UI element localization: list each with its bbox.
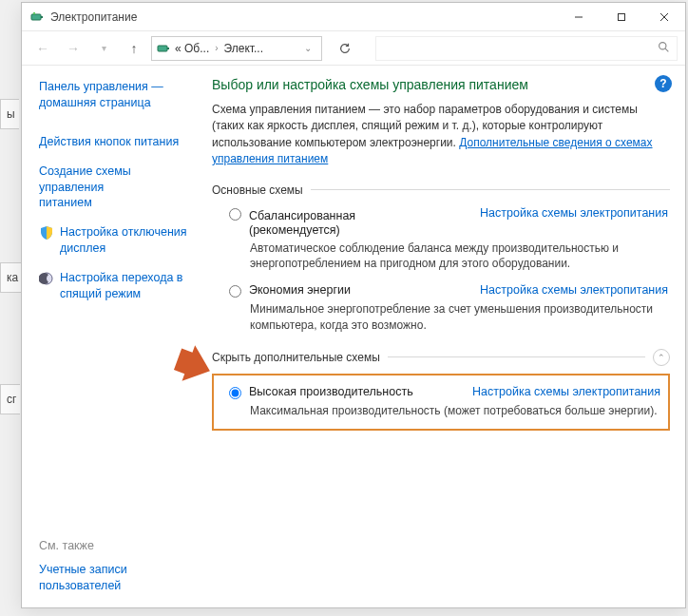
sidebar-link-sleep[interactable]: Настройка перехода в спящий режим [39, 270, 197, 302]
sidebar-link-text: питанием [39, 196, 92, 209]
svg-rect-8 [167, 48, 169, 49]
collapse-button[interactable]: ⌃ [653, 349, 670, 366]
up-button[interactable]: ↑ [121, 35, 147, 62]
close-button[interactable] [642, 3, 685, 31]
bg-fragment: сг [0, 384, 20, 414]
main-content: ? Выбор или настройка схемы управления п… [208, 66, 685, 607]
section-extra-plans[interactable]: Скрыть дополнительные схемы ⌃ [212, 349, 670, 366]
svg-rect-1 [41, 16, 43, 18]
sidebar: Панель управления — домашняя страница Де… [22, 66, 208, 607]
plan-radio-saver[interactable] [229, 285, 241, 298]
svg-rect-7 [158, 46, 167, 51]
plan-settings-link[interactable]: Настройка схемы электропитания [480, 283, 668, 297]
plan-balanced: Сбалансированная (рекомендуется) Настрой… [212, 204, 670, 282]
plan-name: Экономия энергии [249, 283, 351, 297]
breadcrumb-seg[interactable]: Элект... [224, 42, 263, 55]
plan-desc: Автоматическое соблюдение баланса между … [250, 241, 668, 273]
chevron-up-icon: ⌃ [658, 353, 665, 362]
plan-radio-balanced[interactable] [229, 208, 241, 221]
section-label: Скрыть дополнительные схемы [212, 351, 380, 364]
plan-settings-link[interactable]: Настройка схемы электропитания [480, 206, 668, 220]
sidebar-link-text: Создание схемы управления [39, 164, 131, 194]
window-controls [557, 3, 685, 31]
search-icon[interactable] [656, 40, 671, 57]
plan-saver: Экономия энергии Настройка схемы электро… [212, 281, 670, 343]
sidebar-link-display[interactable]: Настройка отключения дисплея [39, 224, 197, 257]
plan-settings-link[interactable]: Настройка схемы электропитания [472, 385, 660, 398]
window-body: Панель управления — домашняя страница Де… [22, 66, 685, 607]
svg-rect-0 [31, 14, 41, 20]
breadcrumb-seg[interactable]: « Об... [175, 42, 209, 55]
section-main-plans: Основные схемы [212, 183, 670, 197]
plan-performance: Высокая производительность Настройка схе… [220, 383, 662, 419]
control-panel-window: Электропитание ← → ▾ ↑ « Об... › Элект..… [21, 2, 686, 608]
search-box[interactable] [375, 36, 678, 61]
bg-fragment: ка [0, 262, 22, 293]
svg-rect-4 [618, 13, 624, 20]
plan-recommended: (рекомендуется) [249, 223, 355, 237]
power-options-icon [156, 41, 171, 56]
window-title: Электропитание [50, 10, 557, 24]
svg-line-10 [665, 48, 668, 51]
sidebar-home[interactable]: Панель управления — домашняя страница [39, 79, 197, 111]
svg-point-9 [659, 42, 665, 48]
page-title: Выбор или настройка схемы управления пит… [212, 77, 670, 92]
intro-text: Схема управления питанием — это набор па… [212, 102, 670, 168]
sidebar-link-text: Учетные записи [39, 563, 127, 576]
sidebar-link-text: Настройка перехода в [60, 271, 183, 284]
help-button[interactable]: ? [655, 75, 672, 92]
plan-radio-performance[interactable] [229, 387, 241, 399]
divider [311, 189, 670, 190]
section-label: Основные схемы [212, 183, 303, 197]
plan-name: Сбалансированная [249, 209, 355, 222]
chevron-right-icon: › [213, 43, 220, 53]
sidebar-link-accounts[interactable]: Учетные записи пользователей [39, 562, 197, 594]
forward-button[interactable]: → [60, 35, 86, 62]
sidebar-link-text: Настройка отключения [60, 225, 187, 239]
recent-dropdown[interactable]: ▾ [90, 35, 117, 62]
maximize-button[interactable] [600, 3, 642, 31]
shield-icon [39, 225, 54, 241]
chevron-down-icon[interactable]: ⌄ [298, 43, 317, 53]
bg-fragment: ы [0, 99, 19, 129]
sidebar-link-text: домашняя страница [39, 96, 151, 109]
plan-name: Высокая производительность [249, 385, 413, 398]
sidebar-link-text: пользователей [39, 579, 121, 592]
sidebar-link-text: Панель управления — [39, 80, 163, 93]
minimize-button[interactable] [557, 3, 600, 31]
navigation-bar: ← → ▾ ↑ « Об... › Элект... ⌄ [22, 31, 685, 66]
sidebar-link-text: спящий режим [60, 287, 141, 300]
moon-icon [39, 271, 54, 286]
highlighted-plan-box: Высокая производительность Настройка схе… [212, 374, 670, 431]
sidebar-link-create-plan[interactable]: Создание схемы управления питанием [39, 164, 197, 212]
search-input[interactable] [382, 42, 656, 55]
svg-point-2 [33, 11, 35, 13]
plan-desc: Максимальная производительность (может п… [250, 403, 660, 419]
refresh-button[interactable] [332, 36, 358, 61]
plan-desc: Минимальное энергопотребление за счет ум… [250, 301, 668, 334]
sidebar-link-text: дисплея [60, 241, 105, 255]
see-also-heading: См. также [39, 539, 197, 552]
sidebar-link-text: Действия кнопок питания [39, 135, 179, 148]
divider [388, 356, 645, 357]
titlebar: Электропитание [22, 3, 685, 31]
sidebar-link-buttons[interactable]: Действия кнопок питания [39, 134, 197, 150]
back-button[interactable]: ← [29, 35, 56, 62]
breadcrumb[interactable]: « Об... › Элект... ⌄ [151, 36, 322, 61]
power-options-icon [29, 10, 45, 25]
